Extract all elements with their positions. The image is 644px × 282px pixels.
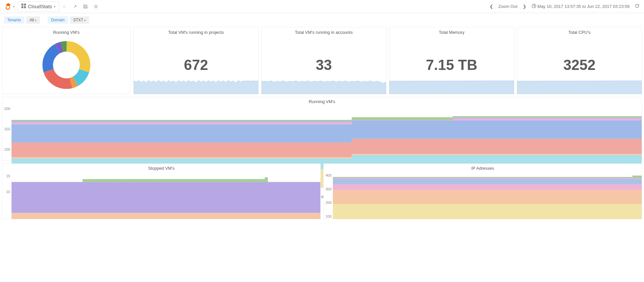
panel-title: Total Memory	[389, 27, 514, 36]
var-label-domain[interactable]: Domain	[48, 16, 68, 24]
row-2: Running VM's 200150100500	[2, 97, 642, 161]
star-icon[interactable]: ☆	[59, 1, 70, 12]
panel-ip-addresses[interactable]: IP Adresses 400300200100	[323, 163, 642, 219]
svg-rect-0	[21, 4, 23, 6]
panel-title: Total CPU's	[517, 27, 642, 36]
panel-running-vms-donut[interactable]: Running VM's ⋰	[2, 27, 131, 94]
grafana-logo[interactable]: ▾	[3, 0, 16, 13]
panel-title: Running VM's	[2, 97, 642, 106]
plot-area	[12, 173, 320, 219]
dashboard-title: CloudStats	[28, 4, 52, 9]
share-icon[interactable]: ↗	[70, 1, 80, 12]
panel-stopped-vms[interactable]: Stopped VM's 1510	[2, 163, 321, 219]
sparkline	[262, 77, 386, 94]
donut-svg	[42, 40, 91, 90]
panel-title: Total VM's running in projects	[134, 27, 258, 36]
settings-icon[interactable]	[91, 1, 101, 12]
row-1: Running VM's ⋰ Total VM's running in pro…	[2, 27, 642, 94]
svg-rect-3	[24, 6, 26, 8]
chevron-down-icon: ▾	[13, 5, 15, 8]
stat-value: 3252	[564, 57, 596, 73]
stat-value: 672	[184, 57, 208, 73]
chart-surface: 400300200100	[324, 173, 642, 219]
dashboard-body: Running VM's ⋰ Total VM's running in pro…	[0, 27, 644, 219]
time-next-button[interactable]: ❯	[521, 3, 528, 10]
time-range-text: May 10, 2017 13:57:35 to Jun 22, 2017 03…	[538, 4, 630, 9]
grafana-logo-icon	[4, 2, 12, 11]
sparkline	[134, 77, 258, 94]
y-axis: 1510	[2, 173, 12, 219]
time-prev-button[interactable]: ❮	[488, 3, 495, 10]
top-nav: ▾ CloudStats ▾ ☆ ↗ ❮ Zoom Out ❯ May 10, …	[0, 0, 644, 13]
panel-title: Running VM's	[2, 27, 130, 36]
var-value-tenants[interactable]: All▾	[26, 16, 40, 24]
chevron-down-icon: ▾	[54, 5, 56, 8]
nav-icon-group: ☆ ↗	[59, 1, 101, 12]
panel-title: IP Adresses	[324, 164, 642, 173]
time-controls: ❮ Zoom Out ❯ May 10, 2017 13:57:35 to Ju…	[488, 2, 641, 11]
panel-total-cpus[interactable]: Total CPU's 3252	[517, 27, 642, 94]
panel-total-vms-accounts[interactable]: Total VM's running in accounts 33	[261, 27, 386, 94]
chart-surface: 1510	[2, 173, 320, 219]
sparkline	[517, 77, 642, 94]
panel-title: Total VM's running in accounts	[262, 27, 386, 36]
panel-title: Stopped VM's	[2, 164, 320, 173]
stat-value: 7.15 TB	[426, 57, 477, 73]
svg-point-4	[95, 6, 97, 7]
stat-value: 33	[316, 57, 332, 73]
clock-icon	[532, 4, 536, 9]
var-label-tenants[interactable]: Tenants	[4, 16, 24, 24]
dashboard-icon	[21, 4, 26, 9]
var-value-domain[interactable]: STXT▾	[70, 16, 89, 24]
panel-total-vms-projects[interactable]: Total VM's running in projects 672	[133, 27, 259, 94]
zoom-out-button[interactable]: Zoom Out	[496, 3, 519, 10]
sparkline	[389, 77, 514, 94]
time-range-picker[interactable]: May 10, 2017 13:57:35 to Jun 22, 2017 03…	[530, 4, 632, 9]
donut-chart	[2, 36, 130, 94]
panel-running-vms-timeseries[interactable]: Running VM's 200150100500	[2, 97, 642, 161]
template-variable-bar: Tenants All▾ Domain STXT▾	[0, 13, 644, 27]
y-axis: 400300200100	[324, 173, 333, 219]
svg-rect-1	[24, 4, 26, 6]
refresh-button[interactable]	[633, 2, 641, 11]
panel-total-memory[interactable]: Total Memory 7.15 TB	[389, 27, 514, 94]
save-icon[interactable]	[80, 1, 91, 12]
svg-rect-2	[21, 6, 23, 8]
dashboard-selector[interactable]: CloudStats ▾	[18, 1, 59, 11]
plot-area	[333, 173, 642, 219]
